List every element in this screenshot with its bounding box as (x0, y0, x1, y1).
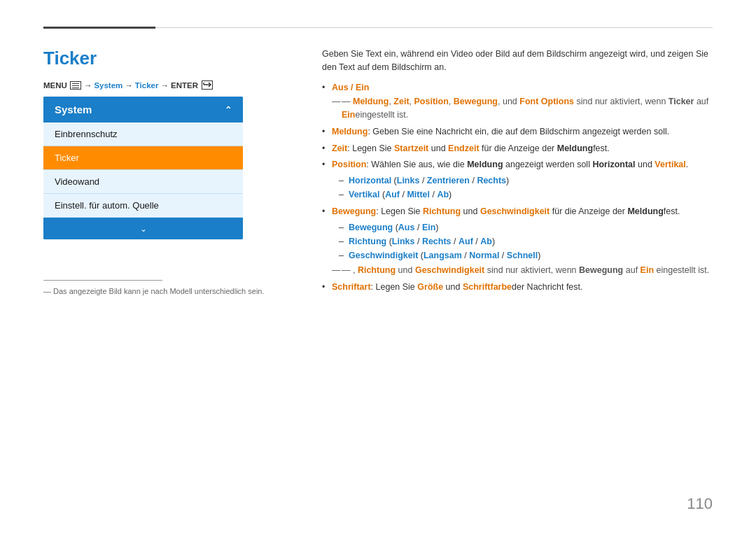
list-item-schriftart: Schriftart: Legen Sie Größe und Schriftf… (322, 281, 713, 294)
sub-item-horizontal: Horizontal (Links / Zentrieren / Rechts) (339, 174, 713, 188)
footnote-text: ― Das angezeigte Bild kann je nach Model… (43, 287, 265, 295)
chevron-down-icon: ⌄ (140, 224, 147, 234)
dash-note-meldung: ― Meldung, Zeit, Position, Bewegung, und… (332, 95, 713, 122)
system-panel-header: System ⌃ (43, 97, 243, 122)
list-item-aus-ein: Aus / Ein ― Meldung, Zeit, Position, Bew… (322, 81, 713, 122)
menu-item-ticker[interactable]: Ticker (43, 146, 243, 170)
list-item-zeit: Zeit: Legen Sie Startzeit und Endzeit fü… (322, 142, 713, 155)
list-item-position: Position: Wählen Sie aus, wie die Meldun… (322, 158, 713, 202)
dash-note-richtung: ― , Richtung und Geschwindigkeit sind nu… (332, 264, 713, 277)
sub-list-position: Horizontal (Links / Zentrieren / Rechts)… (332, 174, 713, 202)
sub-item-geschwindigkeit: Geschwindigkeit (Langsam / Normal / Schn… (339, 248, 713, 262)
system-panel-footer: ⌄ (43, 218, 243, 239)
sub-item-richtung: Richtung (Links / Rechts / Auf / Ab) (339, 234, 713, 248)
enter-icon (202, 80, 213, 90)
list-item-meldung: Meldung: Geben Sie eine Nachricht ein, d… (322, 125, 713, 139)
intro-text: Geben Sie Text ein, während ein Video od… (322, 48, 713, 74)
page-number: 110 (687, 495, 713, 513)
system-panel-title: System (55, 104, 92, 115)
aus-ein-label: Aus / Ein (332, 83, 369, 92)
content-area: Geben Sie Text ein, während ein Video od… (322, 48, 713, 297)
content-list: Aus / Ein ― Meldung, Zeit, Position, Bew… (322, 81, 713, 294)
footnote-line (43, 280, 162, 281)
arrow3: → (160, 81, 169, 90)
arrow2: → (125, 81, 133, 90)
sub-item-bewegung-ein: Bewegung (Aus / Ein) (339, 220, 713, 234)
sub-list-bewegung: Bewegung (Aus / Ein) Richtung (Links / R… (332, 220, 713, 262)
system-panel: System ⌃ Einbrennschutz Ticker Videowand… (43, 97, 243, 239)
menu-icon (70, 81, 81, 90)
arrow1: → (84, 81, 92, 90)
system-label: System (94, 81, 122, 90)
menu-path: MENU → System → Ticker → ENTER (43, 80, 213, 90)
menu-item-videowand[interactable]: Videowand (43, 170, 243, 194)
menu-label: MENU (43, 81, 67, 90)
chevron-up-icon: ⌃ (225, 105, 232, 115)
menu-item-einstell[interactable]: Einstell. für autom. Quelle (43, 194, 243, 218)
page-title: Ticker (43, 48, 97, 69)
menu-item-einbrennschutz[interactable]: Einbrennschutz (43, 122, 243, 146)
list-item-bewegung: Bewegung: Legen Sie Richtung und Geschwi… (322, 205, 713, 277)
sub-item-vertikal: Vertikal (Auf / Mittel / Ab) (339, 188, 713, 202)
enter-label: ENTER (171, 81, 198, 90)
ticker-label: Ticker (135, 81, 159, 90)
top-decorative-lines (43, 27, 713, 29)
